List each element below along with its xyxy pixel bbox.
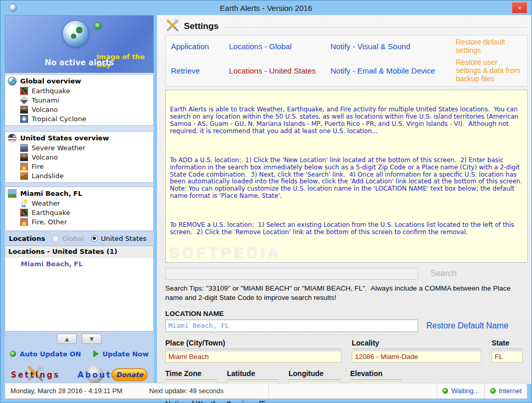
settings-header: Settings [165,19,528,34]
sidebar-item-tsunami[interactable]: Tsunami [20,96,151,104]
update-controls: Auto Update ON Update Now [5,346,154,362]
settings-link[interactable]: Settings [11,370,60,380]
sidebar: Image of the Day No active alerts Global… [5,15,154,384]
sidebar-item-severe-weather[interactable]: Severe Weather [20,143,151,152]
weather-icon [20,199,28,207]
restore-default-name-link[interactable]: Restore Default Name [426,321,508,330]
no-active-alerts-text: No active alerts [5,58,153,67]
tab-application[interactable]: Application [171,42,229,51]
sidebar-item-earthquake-local[interactable]: Earthquake [20,208,151,217]
locality-label: Locality [352,339,481,349]
sidebar-item-earthquake[interactable]: Earthquake [20,87,151,95]
landslide-icon [20,172,28,180]
elevation-label: Elevation [350,369,402,380]
us-overview-section: United States overview Severe Weather Vo… [5,131,154,183]
volcano-icon [20,106,28,113]
search-row: Search [165,268,528,280]
severe-weather-icon [20,144,28,152]
window-title: Earth Alerts - Version 2016 [1,4,531,12]
list-item-miami-beach[interactable]: Miami Beach, FL [5,257,153,268]
restore-user-settings-link[interactable]: Restore user settings & data from backup… [456,58,522,83]
radio-global[interactable]: Global [52,235,83,242]
nws-office-label: National Weather Service office [165,400,404,403]
earthquake-icon [20,87,28,95]
about-link[interactable]: About [78,370,112,380]
auto-update-label: Auto Update ON [20,350,81,358]
update-now-button[interactable]: Update Now [93,350,149,358]
sidebar-item-landslide[interactable]: Landslide [20,171,151,180]
radio-circle-icon [52,235,59,242]
global-overview-section: Global overview Earthquake Tsunami Volca… [5,74,154,126]
auto-update-toggle[interactable]: Auto Update ON [10,350,81,358]
tab-locations-united-states[interactable]: Locations - United States [229,66,330,75]
globe-image [62,20,89,47]
longitude-label: Longitude [289,369,340,380]
donate-button[interactable]: Donate [111,368,148,381]
miami-beach-section: Miami Beach, FL Weather Earthquake Fire,… [5,186,154,231]
sidebar-item-volcano-us[interactable]: Volcano [20,153,151,161]
tab-notify-visual-sound[interactable]: Notify - Visual & Sound [330,42,456,51]
status-next-update: Next update: 49 seconds [144,383,268,398]
sidebar-item-fire-us[interactable]: Fire [20,162,151,170]
sidebar-item-weather[interactable]: Weather [20,199,151,207]
internet-label: Internet [499,387,522,395]
search-button[interactable]: Search [430,269,457,278]
titlebar[interactable]: Earth Alerts - Version 2016 × [1,1,531,15]
place-input[interactable] [165,351,341,363]
move-up-button[interactable]: ▲ [57,334,77,344]
update-now-label: Update Now [103,350,149,358]
cyclone-icon [20,115,28,123]
item-label: Tsunami [32,96,59,104]
locations-bar: Locations Global United States [5,231,154,246]
sidebar-item-volcano-global[interactable]: Volcano [20,105,151,113]
state-input[interactable] [492,351,523,363]
close-button[interactable]: × [512,2,527,13]
tab-retrieve[interactable]: Retrieve [171,66,229,75]
waiting-label: Waiting... [451,387,479,395]
instructions-paragraph: To REMOVE a U.S. location: 1) Select an … [170,222,523,236]
sidebar-item-fire-other[interactable]: Fire, Other [20,218,151,226]
radio-label: Global [62,235,83,242]
item-label: Tropical Cyclone [32,115,87,123]
search-input[interactable] [165,268,418,280]
state-label: State [492,339,523,349]
us-flag-icon [8,134,17,142]
settings-tabs: Application Locations - Global Notify - … [165,35,528,87]
instructions-paragraph: To ADD a U.S. location: 1) Click the 'Ne… [170,157,523,200]
page-title: Settings [184,21,219,32]
play-icon [93,350,99,357]
status-dot-icon [94,22,102,30]
image-of-day-panel[interactable]: Image of the Day No active alerts [5,15,154,73]
nws-office-field: National Weather Service office [165,400,404,403]
item-label: Volcano [32,153,58,161]
waiting-status-icon [442,388,448,394]
section-title: Global overview [20,77,81,85]
item-label: Earthquake [32,209,70,217]
radio-united-states[interactable]: United States [91,235,147,242]
status-waiting: Waiting... [437,383,484,398]
locations-list-header: Locations - United States (1) [5,246,153,257]
place-fields-row: Place (City/Town) Locality State [165,339,528,363]
item-label: Volcano [32,106,58,113]
location-name-input[interactable] [165,320,418,332]
item-label: Earthquake [32,87,70,95]
tab-locations-global[interactable]: Locations - Global [229,42,330,51]
tab-notify-email-mobile[interactable]: Notify - Email & Mobile Device [330,66,456,75]
item-label: Landslide [32,172,64,180]
section-title: United States overview [20,134,109,142]
volcano-icon [20,153,28,161]
tsunami-icon [20,96,28,105]
locations-label: Locations [9,235,45,242]
header-rule [224,27,527,28]
time-zone-label: Time Zone [165,369,217,380]
location-name-row: Restore Default Name [165,320,528,332]
radio-circle-icon [91,235,98,242]
restore-default-settings-link[interactable]: Restore default settings [456,38,522,54]
move-down-button[interactable]: ▼ [82,334,102,344]
status-internet: Internet [484,383,527,398]
settings-tools-icon [165,19,180,34]
about-label: About [78,370,112,380]
locality-input[interactable] [352,351,481,363]
internet-status-icon [490,388,496,394]
sidebar-item-tropical-cyclone[interactable]: Tropical Cyclone [20,114,151,123]
